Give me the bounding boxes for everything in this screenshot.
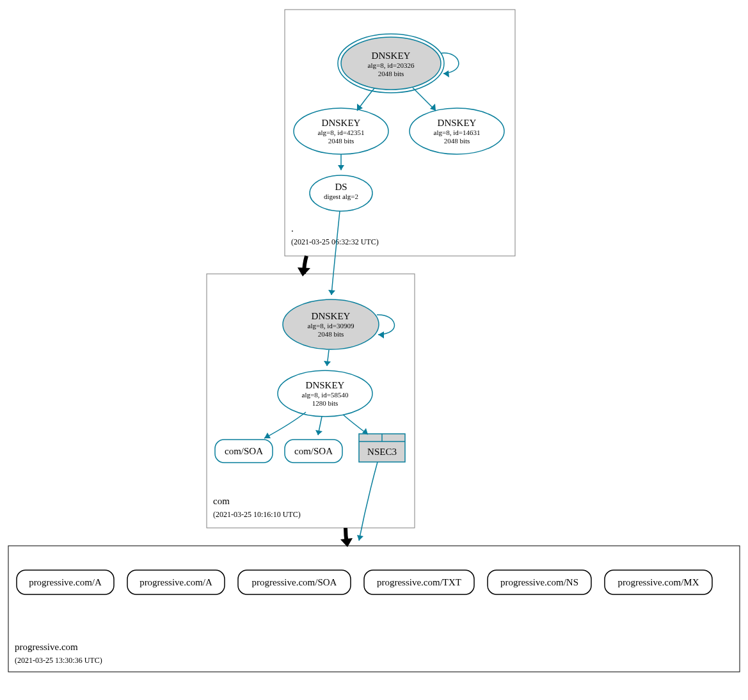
com-zsk: DNSKEY alg=8, id=58540 1280 bits (278, 370, 372, 417)
rr-progressive-soa: progressive.com/SOA (238, 570, 351, 594)
svg-marker-16 (430, 104, 436, 111)
com-ksk: DNSKEY alg=8, id=30909 2048 bits (283, 299, 379, 349)
edge-com-ksk-self (377, 315, 394, 335)
svg-rect-45 (8, 546, 740, 672)
svg-text:progressive.com/A: progressive.com/A (29, 577, 102, 587)
root-zsk-42351: DNSKEY alg=8, id=42351 2048 bits (294, 108, 388, 154)
svg-text:DNSKEY: DNSKEY (312, 311, 351, 321)
svg-text:alg=8, id=14631: alg=8, id=14631 (434, 129, 481, 136)
rr-progressive-ns: progressive.com/NS (488, 570, 591, 594)
zone-root: . (2021-03-25 06:32:32 UTC) DNSKEY alg=8… (285, 10, 515, 256)
svg-text:DNSKEY: DNSKEY (322, 118, 361, 128)
svg-text:DS: DS (335, 182, 347, 192)
svg-marker-20 (338, 165, 344, 170)
svg-text:2048 bits: 2048 bits (328, 137, 354, 145)
com-nsec3: NSEC3 (359, 434, 405, 462)
svg-text:progressive.com/MX: progressive.com/MX (617, 577, 699, 587)
svg-marker-39 (315, 430, 322, 435)
dnssec-graph: . (2021-03-25 06:32:32 UTC) DNSKEY alg=8… (0, 0, 748, 700)
rr-progressive-txt: progressive.com/TXT (364, 570, 474, 594)
svg-text:progressive.com/A: progressive.com/A (139, 577, 212, 587)
svg-text:alg=8, id=30909: alg=8, id=30909 (308, 322, 354, 330)
svg-marker-28 (298, 267, 310, 276)
svg-text:com/SOA: com/SOA (294, 446, 333, 456)
zone-com-timestamp: (2021-03-25 10:16:10 UTC) (213, 510, 301, 519)
svg-text:progressive.com/SOA: progressive.com/SOA (252, 577, 337, 587)
svg-text:alg=8, id=58540: alg=8, id=58540 (302, 391, 349, 399)
zone-root-name: . (291, 223, 294, 234)
com-soa-2: com/SOA (285, 440, 342, 463)
svg-text:alg=8, id=42351: alg=8, id=42351 (318, 129, 365, 136)
svg-text:com/SOA: com/SOA (225, 446, 263, 456)
svg-marker-47 (357, 535, 363, 541)
svg-text:2048 bits: 2048 bits (444, 137, 470, 145)
zone-com: com (2021-03-25 10:16:10 UTC) DNSKEY alg… (207, 211, 415, 528)
svg-text:digest alg=2: digest alg=2 (324, 193, 358, 200)
svg-text:DNSKEY: DNSKEY (306, 380, 345, 390)
zone-com-name: com (213, 496, 230, 506)
svg-marker-33 (324, 361, 331, 366)
svg-text:progressive.com/TXT: progressive.com/TXT (377, 577, 461, 587)
zone-progressive: progressive.com (2021-03-25 13:30:36 UTC… (8, 462, 740, 672)
rr-progressive-mx: progressive.com/MX (605, 570, 712, 594)
zone-progressive-name: progressive.com (15, 642, 78, 652)
svg-text:1280 bits: 1280 bits (312, 399, 338, 407)
root-ds: DS digest alg=2 (310, 175, 372, 211)
svg-marker-6 (443, 70, 449, 77)
svg-text:2048 bits: 2048 bits (318, 330, 344, 338)
rr-progressive-a-2: progressive.com/A (127, 570, 225, 594)
svg-text:alg=8, id=20326: alg=8, id=20326 (368, 61, 415, 69)
zone-root-timestamp: (2021-03-25 06:32:32 UTC) (291, 237, 379, 246)
svg-text:2048 bits: 2048 bits (378, 70, 404, 77)
svg-text:progressive.com/NS: progressive.com/NS (500, 577, 578, 587)
root-zsk-14631: DNSKEY alg=8, id=14631 2048 bits (410, 108, 504, 154)
svg-marker-26 (378, 331, 384, 338)
rr-progressive-a-1: progressive.com/A (17, 570, 114, 594)
svg-text:NSEC3: NSEC3 (367, 447, 397, 457)
svg-text:DNSKEY: DNSKEY (372, 51, 411, 61)
root-ksk: DNSKEY alg=8, id=20326 2048 bits (338, 34, 444, 93)
svg-text:DNSKEY: DNSKEY (438, 118, 477, 128)
com-soa-1: com/SOA (215, 440, 273, 463)
zone-progressive-timestamp: (2021-03-25 13:30:36 UTC) (15, 656, 102, 665)
svg-marker-27 (328, 290, 335, 295)
